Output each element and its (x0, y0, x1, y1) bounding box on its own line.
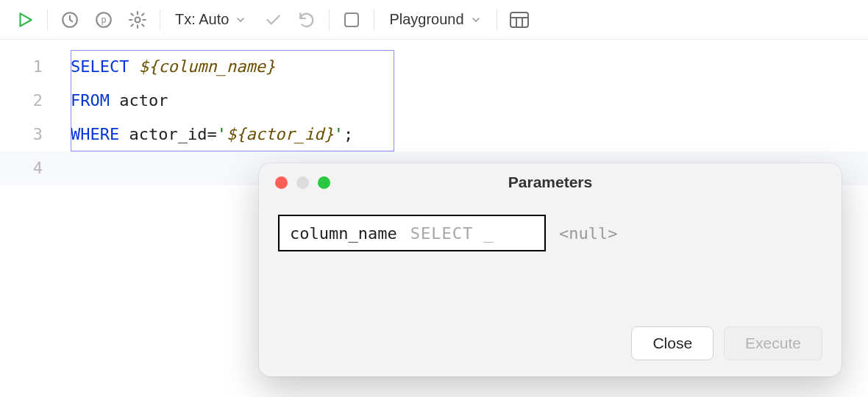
chevron-down-icon (235, 14, 246, 26)
separator (160, 10, 160, 30)
chevron-down-icon (470, 14, 482, 26)
dialog-body: column_name SELECT _ <null> (259, 201, 842, 326)
svg-text:p: p (102, 15, 107, 25)
parameter-name: column_name (290, 224, 397, 243)
line-number: 1 (0, 50, 71, 84)
rollback-icon[interactable] (292, 5, 321, 35)
parameter-hint: SELECT _ (410, 224, 494, 243)
history-icon[interactable] (55, 5, 85, 35)
session-dropdown[interactable]: Playground (382, 5, 488, 35)
data-grid-icon[interactable] (505, 5, 534, 35)
svg-rect-4 (511, 12, 528, 27)
toolbar: p Tx: Auto Playground (0, 0, 868, 40)
line-gutter: 1 2 3 4 (0, 40, 71, 185)
run-button[interactable] (10, 5, 40, 35)
separator (497, 10, 497, 30)
parameter-value[interactable]: <null> (546, 215, 617, 251)
zoom-window-icon[interactable] (318, 176, 330, 189)
line-number: 2 (0, 84, 71, 118)
close-button[interactable]: Close (631, 326, 714, 360)
settings-icon[interactable] (123, 5, 152, 35)
parameters-dialog: Parameters column_name SELECT _ <null> C… (259, 163, 842, 376)
minimize-window-icon[interactable] (296, 176, 309, 189)
explain-plan-icon[interactable]: p (89, 5, 118, 35)
line-number: 3 (0, 118, 71, 151)
parameter-row: column_name SELECT _ <null> (278, 215, 822, 251)
stop-icon[interactable] (337, 5, 366, 35)
dialog-title: Parameters (259, 174, 842, 191)
tx-mode-dropdown[interactable]: Tx: Auto (168, 5, 254, 35)
separator (329, 10, 330, 30)
close-window-icon[interactable] (275, 176, 288, 189)
code-line: SELECT ${column_name} (71, 50, 868, 84)
separator (374, 10, 374, 30)
code-line: FROM actor (71, 84, 868, 118)
dialog-footer: Close Execute (259, 326, 842, 376)
parameter-input[interactable]: column_name SELECT _ (278, 215, 546, 251)
session-label: Playground (389, 11, 463, 28)
line-number: 4 (0, 151, 71, 185)
svg-point-3 (135, 17, 140, 22)
code-line: WHERE actor_id='${actor_id}'; (71, 118, 868, 151)
dialog-titlebar: Parameters (259, 163, 842, 201)
execute-button[interactable]: Execute (724, 326, 822, 360)
tx-mode-label: Tx: Auto (175, 11, 229, 28)
window-controls (259, 176, 330, 189)
separator (47, 10, 48, 30)
commit-icon[interactable] (258, 5, 288, 35)
